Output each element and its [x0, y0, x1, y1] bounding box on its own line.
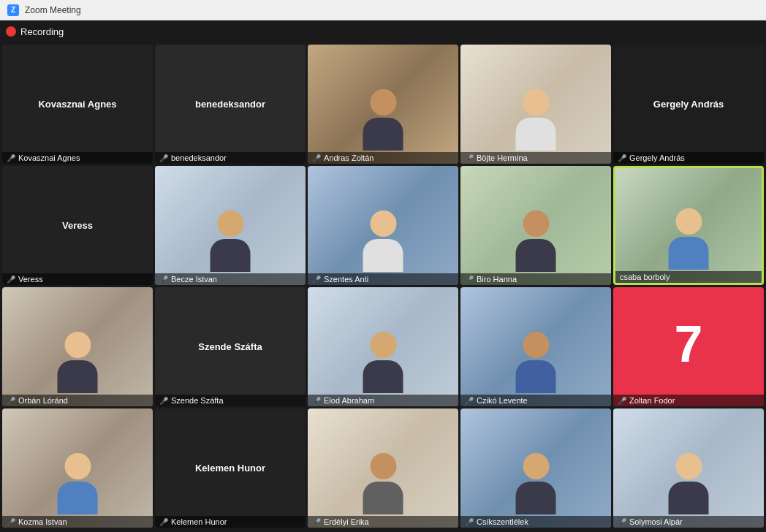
- person-body: [669, 482, 709, 514]
- name-label: 🎤 Kelemen Hunor: [155, 516, 306, 528]
- name-text: Kelemen Hunor: [171, 517, 227, 526]
- person-figure: [363, 210, 403, 272]
- person-figure: [363, 332, 403, 393]
- person-head: [675, 453, 702, 479]
- person-head: [64, 453, 91, 479]
- participant-cell: 🎤 Andras Zoltán: [308, 45, 458, 164]
- person-body: [363, 118, 403, 151]
- mute-icon: 🎤: [7, 276, 15, 284]
- person-head: [523, 453, 549, 479]
- name-label: 🎤 Erdélyi Erika: [308, 516, 458, 528]
- number-display: 7: [675, 315, 703, 373]
- person-head: [675, 208, 702, 235]
- participant-cell: Szende Száfta 🎤 Szende Száfta: [155, 287, 306, 406]
- person-head: [370, 210, 396, 237]
- name-text: Kozma Istvan: [18, 517, 67, 526]
- mute-icon: 🎤: [465, 518, 474, 526]
- participant-display-name: Szende Száfta: [198, 341, 262, 352]
- participant-cell-active: csaba borboly: [613, 166, 764, 285]
- mute-icon: 🎤: [159, 397, 168, 405]
- name-text: Zoltan Fodor: [629, 396, 675, 405]
- participant-cell: 🎤 Orbán Lóránd: [2, 287, 153, 406]
- participant-display-name: Kovasznai Agnes: [38, 99, 116, 110]
- person-head: [523, 332, 549, 358]
- person-figure: [516, 332, 556, 393]
- name-label: 🎤 Kovasznai Agnes: [2, 152, 153, 164]
- name-label: 🎤 Zoltan Fodor: [613, 395, 764, 406]
- person-head: [64, 332, 91, 358]
- person-head: [370, 332, 396, 358]
- window-title: Zoom Meeting: [25, 5, 81, 15]
- name-label: 🎤 Kozma Istvan: [2, 516, 153, 528]
- person-body: [516, 239, 556, 272]
- app-icon: Z: [7, 4, 19, 16]
- person-figure: [363, 89, 403, 151]
- participant-cell: 🎤 Szentes Anti: [308, 166, 458, 285]
- name-text: Gergely András: [629, 153, 685, 162]
- participant-cell: 🎤 Elod Abraham: [308, 287, 458, 406]
- participant-cell: 🎤 Csíkszentlélek: [460, 408, 611, 528]
- recording-label: Recording: [20, 26, 64, 37]
- mute-icon: 🎤: [7, 154, 15, 162]
- participant-cell: 🎤 Czikó Levente: [460, 287, 611, 406]
- name-text: Orbán Lóránd: [18, 396, 68, 405]
- name-text: Erdélyi Erika: [324, 517, 369, 526]
- person-head: [523, 210, 549, 237]
- name-text: Szentes Anti: [324, 275, 368, 284]
- name-label: 🎤 Szende Száfta: [155, 395, 306, 406]
- person-figure: [58, 453, 98, 514]
- name-label: 🎤 Becze Istvan: [155, 273, 306, 285]
- participant-cell: Kovasznai Agnes 🎤 Kovasznai Agnes: [2, 45, 153, 164]
- mute-icon: 🎤: [465, 276, 474, 284]
- participant-cell: 🎤 Becze Istvan: [155, 166, 306, 285]
- participant-cell: 🎤 Erdélyi Erika: [308, 408, 458, 528]
- person-head: [370, 453, 396, 479]
- name-label: 🎤 Szentes Anti: [308, 273, 458, 285]
- name-text: Böjte Hermina: [477, 153, 528, 162]
- participant-cell: benedeksandor 🎤 benedeksandor: [155, 45, 306, 164]
- name-label: 🎤 Andras Zoltán: [308, 152, 458, 164]
- person-figure: [363, 453, 403, 514]
- name-text: Biro Hanna: [477, 275, 517, 284]
- name-text: Becze Istvan: [171, 275, 217, 284]
- mute-icon: 🎤: [7, 518, 15, 526]
- name-text: Veress: [18, 275, 43, 284]
- participant-cell: Kelemen Hunor 🎤 Kelemen Hunor: [155, 408, 306, 528]
- title-bar: Z Zoom Meeting: [0, 0, 766, 20]
- mute-icon: 🎤: [7, 397, 15, 405]
- name-label: 🎤 benedeksandor: [155, 152, 306, 164]
- person-body: [363, 482, 403, 514]
- mute-icon: 🎤: [618, 397, 626, 405]
- person-figure: [669, 208, 709, 270]
- participant-display-name: Veress: [62, 220, 93, 231]
- name-label: csaba borboly: [615, 271, 762, 283]
- name-label: 🎤 Böjte Hermina: [460, 152, 611, 164]
- name-label: 🎤 Orbán Lóránd: [2, 395, 153, 406]
- person-figure: [516, 89, 556, 151]
- participant-display-name: Kelemen Hunor: [195, 463, 265, 474]
- name-text: Solymosi Alpár: [629, 517, 683, 526]
- person-figure: [516, 210, 556, 272]
- person-figure: [58, 332, 98, 393]
- name-text: Elod Abraham: [324, 396, 374, 405]
- recording-dot: [6, 26, 16, 37]
- mute-icon: 🎤: [159, 154, 168, 162]
- name-label: 🎤 Veress: [2, 273, 153, 285]
- person-body: [516, 360, 556, 393]
- name-label: 🎤 Gergely András: [613, 152, 764, 164]
- name-label: 🎤 Csíkszentlélek: [460, 516, 611, 528]
- mute-icon: 🎤: [618, 518, 626, 526]
- name-label: 🎤 Biro Hanna: [460, 273, 611, 285]
- name-text: Andras Zoltán: [324, 153, 373, 162]
- name-label: 🎤 Czikó Levente: [460, 395, 611, 406]
- video-grid: Kovasznai Agnes 🎤 Kovasznai Agnes benede…: [0, 42, 766, 532]
- mute-icon: 🎤: [159, 518, 168, 526]
- participant-cell: Gergely András 🎤 Gergely András: [613, 45, 764, 164]
- mute-icon: 🎤: [159, 276, 168, 284]
- person-figure: [516, 453, 556, 514]
- mute-icon: 🎤: [312, 154, 321, 162]
- mute-icon: 🎤: [312, 276, 321, 284]
- person-figure: [211, 210, 251, 272]
- name-text: benedeksandor: [171, 153, 227, 162]
- participant-cell: 🎤 Biro Hanna: [460, 166, 611, 285]
